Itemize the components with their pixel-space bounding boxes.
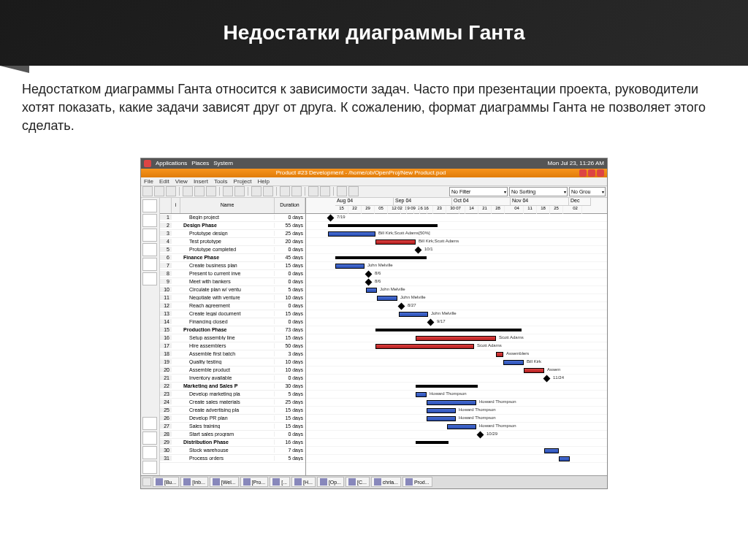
task-bar[interactable] — [328, 231, 375, 237]
table-row[interactable]: 10Circulate plan w/ ventu5 days — [160, 286, 305, 294]
table-row[interactable]: 29Distribution Phase16 days — [160, 439, 305, 447]
gantt-row[interactable]: 7/19 — [306, 214, 607, 222]
table-row[interactable]: 20Assemble product10 days — [160, 367, 305, 375]
gantt-row[interactable]: Howard Thompson — [306, 423, 607, 431]
redo-icon[interactable] — [234, 186, 245, 196]
gantt-row[interactable]: Bill Kirk — [306, 358, 607, 367]
gantt-row[interactable] — [306, 326, 607, 334]
table-row[interactable]: 23Develop marketing pla5 days — [160, 391, 305, 399]
gantt-row[interactable]: Bill Kirk;Scott Adams — [306, 238, 607, 246]
gantt-row[interactable]: Scott Adams — [306, 334, 607, 342]
table-row[interactable]: 17Hire assemblers50 days — [160, 342, 305, 350]
menu-tools[interactable]: Tools — [214, 178, 228, 185]
table-row[interactable]: 25Create advertising pla15 days — [160, 407, 305, 415]
view-usage-icon[interactable] — [142, 446, 157, 459]
gantt-row[interactable]: Assem — [306, 367, 607, 375]
table-row[interactable]: 16Setup assembly line15 days — [160, 334, 305, 342]
gantt-row[interactable]: 10/1 — [306, 246, 607, 254]
gantt-row[interactable]: 9/17 — [306, 318, 607, 326]
task-bar[interactable] — [503, 360, 524, 365]
table-row[interactable]: 4Test prototype20 days — [160, 238, 305, 246]
goto-icon[interactable] — [348, 186, 359, 196]
task-bar[interactable] — [375, 239, 416, 245]
gantt-row[interactable]: Howard Thompson — [306, 391, 607, 399]
table-row[interactable]: 6Finance Phase45 days — [160, 254, 305, 262]
paste-icon[interactable] — [206, 186, 216, 196]
group-combo[interactable]: No Grou — [569, 187, 606, 196]
menu-insert[interactable]: Insert — [194, 178, 208, 185]
table-row[interactable]: 18Assemble first batch3 days — [160, 350, 305, 358]
close-icon[interactable] — [597, 169, 604, 177]
gantt-row[interactable]: John Melville — [306, 262, 607, 270]
table-row[interactable]: 28Start sales program0 days — [160, 431, 305, 439]
table-row[interactable]: 11Negotiate with venture10 days — [160, 294, 305, 302]
link-icon[interactable] — [251, 186, 262, 196]
sort-combo[interactable]: No Sorting — [509, 187, 568, 196]
task-bar[interactable] — [427, 400, 476, 405]
summary-bar[interactable] — [328, 224, 438, 227]
table-row[interactable]: 12Reach agreement0 days — [160, 302, 305, 310]
gantt-row[interactable] — [306, 439, 607, 447]
view-none-icon[interactable] — [142, 461, 157, 474]
preview-icon[interactable] — [166, 186, 176, 196]
table-row[interactable]: 19Quality testing10 days — [160, 358, 305, 367]
task-bar[interactable] — [377, 296, 397, 301]
task-bar[interactable] — [427, 416, 456, 421]
taskbar-item[interactable]: [Op... — [317, 477, 344, 487]
table-row[interactable]: 24Create sales materials25 days — [160, 399, 305, 407]
gantt-row[interactable]: John Melville — [306, 294, 607, 302]
view-charts-icon[interactable] — [142, 431, 157, 445]
taskbar-item[interactable]: [Wel... — [210, 477, 239, 487]
task-bar[interactable] — [496, 352, 503, 357]
view-network-icon[interactable] — [142, 214, 157, 227]
os-menu-places[interactable]: Places — [191, 160, 209, 166]
table-row[interactable]: 1Begin project0 days — [160, 214, 305, 222]
milestone-icon[interactable] — [365, 278, 373, 285]
find-icon[interactable] — [337, 186, 347, 196]
summary-bar[interactable] — [375, 329, 522, 331]
taskbar-item[interactable]: chrla... — [371, 477, 401, 487]
view-report-icon[interactable] — [142, 272, 157, 285]
table-row[interactable]: 26Develop PR plan15 days — [160, 415, 305, 423]
col-duration[interactable]: Duration — [275, 198, 305, 213]
view-rbs-icon[interactable] — [142, 258, 157, 271]
gantt-row[interactable] — [306, 447, 607, 455]
milestone-icon[interactable] — [365, 270, 373, 277]
print-icon[interactable] — [154, 186, 164, 196]
table-row[interactable]: 31Process orders5 days — [160, 455, 305, 463]
os-menu-system[interactable]: System — [213, 160, 233, 166]
gantt-row[interactable]: John Melville — [306, 286, 607, 294]
table-row[interactable]: 21Inventory available0 days — [160, 375, 305, 383]
indent-icon[interactable] — [320, 186, 330, 196]
taskbar-item[interactable]: Prod... — [402, 477, 432, 487]
minimize-icon[interactable] — [579, 169, 587, 177]
task-bar[interactable] — [544, 448, 559, 453]
col-name[interactable]: Name — [180, 198, 275, 213]
task-bar[interactable] — [427, 408, 456, 413]
task-bar[interactable] — [524, 368, 544, 373]
task-bar[interactable] — [399, 312, 428, 317]
milestone-icon[interactable] — [543, 375, 551, 382]
outdent-icon[interactable] — [308, 186, 318, 196]
unlink-icon[interactable] — [263, 186, 273, 196]
gantt-row[interactable]: 8/6 — [306, 278, 607, 286]
view-wbs-icon[interactable] — [142, 243, 157, 256]
view-histogram-icon[interactable] — [142, 417, 157, 430]
task-bar[interactable] — [416, 392, 427, 397]
task-bar[interactable] — [375, 344, 474, 349]
menu-edit[interactable]: Edit — [159, 178, 169, 185]
taskbar-item[interactable]: [Inb... — [180, 477, 208, 487]
milestone-icon[interactable] — [398, 302, 405, 310]
gantt-row[interactable]: John Melville — [306, 310, 607, 318]
table-row[interactable]: 5Prototype completed0 days — [160, 246, 305, 254]
filter-combo[interactable]: No Filter — [449, 187, 508, 196]
task-bar[interactable] — [416, 336, 496, 341]
table-row[interactable]: 7Create business plan15 days — [160, 262, 305, 270]
col-indicator[interactable]: i — [172, 198, 180, 213]
table-row[interactable]: 2Design Phase55 days — [160, 222, 305, 230]
gantt-row[interactable] — [306, 383, 607, 391]
milestone-icon[interactable] — [427, 318, 435, 326]
gantt-row[interactable]: 10/29 — [306, 431, 607, 439]
menu-project[interactable]: Project — [234, 178, 252, 185]
summary-bar[interactable] — [335, 256, 427, 259]
